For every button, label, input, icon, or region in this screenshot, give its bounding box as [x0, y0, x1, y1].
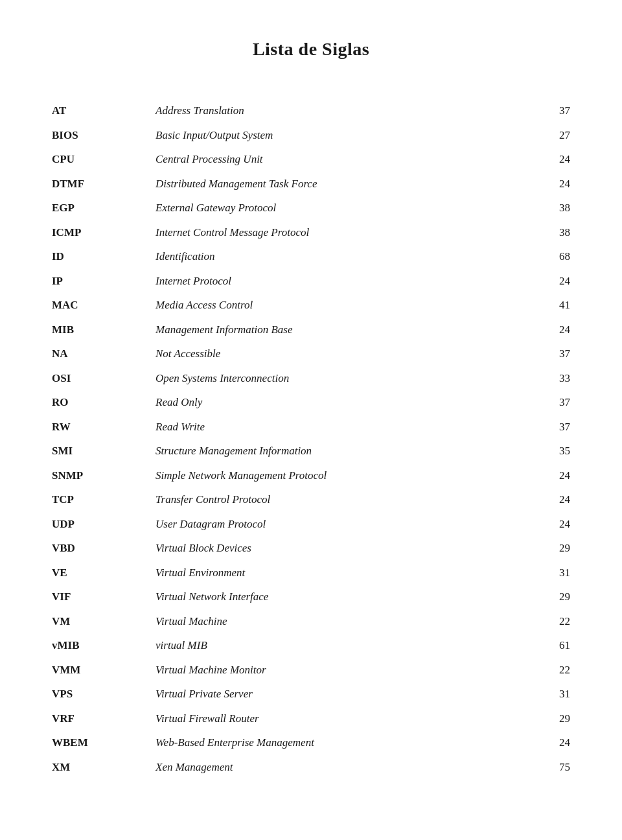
table-row: VMVirtual Machine22 — [52, 609, 570, 634]
acronym-description: Simple Network Management Protocol — [156, 463, 531, 488]
acronym-page: 31 — [531, 682, 570, 706]
acronym-description: Address Translation — [156, 99, 531, 123]
acronym-abbr: SNMP — [52, 463, 156, 488]
acronym-abbr: MIB — [52, 318, 156, 342]
acronym-abbr: VRF — [52, 706, 156, 731]
acronym-abbr: BIOS — [52, 123, 156, 148]
table-row: MIBManagement Information Base24 — [52, 318, 570, 342]
table-row: NANot Accessible37 — [52, 342, 570, 366]
acronym-abbr: AT — [52, 99, 156, 123]
acronym-page: 24 — [531, 487, 570, 512]
acronym-page: 22 — [531, 609, 570, 634]
table-row: DTMFDistributed Management Task Force24 — [52, 172, 570, 196]
acronym-page: 38 — [531, 196, 570, 220]
acronym-abbr: VIF — [52, 585, 156, 609]
table-row: CPUCentral Processing Unit24 — [52, 147, 570, 172]
acronym-page: 24 — [531, 512, 570, 537]
acronym-description: Structure Management Information — [156, 439, 531, 463]
table-row: VIFVirtual Network Interface29 — [52, 585, 570, 609]
acronym-description: Virtual Machine — [156, 609, 531, 634]
acronym-page: 24 — [531, 463, 570, 488]
acronym-abbr: WBEM — [52, 730, 156, 755]
acronym-abbr: OSI — [52, 366, 156, 391]
acronym-page: 24 — [531, 730, 570, 755]
acronym-description: User Datagram Protocol — [156, 512, 531, 537]
table-row: VEVirtual Environment31 — [52, 561, 570, 585]
acronym-page: 24 — [531, 269, 570, 294]
page-title: Lista de Siglas — [52, 39, 570, 60]
acronym-description: Read Only — [156, 390, 531, 415]
acronym-abbr: ICMP — [52, 220, 156, 245]
acronym-description: Internet Protocol — [156, 269, 531, 294]
acronym-page: 29 — [531, 585, 570, 609]
table-row: IPInternet Protocol24 — [52, 269, 570, 294]
table-row: VPSVirtual Private Server31 — [52, 682, 570, 706]
acronym-page: 24 — [531, 172, 570, 196]
acronym-abbr: VM — [52, 609, 156, 634]
acronym-page: 41 — [531, 293, 570, 318]
acronym-description: Basic Input/Output System — [156, 123, 531, 148]
acronym-abbr: MAC — [52, 293, 156, 318]
acronym-page: 33 — [531, 366, 570, 391]
acronym-description: Not Accessible — [156, 342, 531, 366]
table-row: RORead Only37 — [52, 390, 570, 415]
acronym-abbr: NA — [52, 342, 156, 366]
acronym-page: 29 — [531, 536, 570, 561]
acronym-abbr: XM — [52, 755, 156, 780]
acronym-description: Virtual Private Server — [156, 682, 531, 706]
acronym-page: 37 — [531, 342, 570, 366]
table-row: TCPTransfer Control Protocol24 — [52, 487, 570, 512]
acronym-page: 61 — [531, 633, 570, 658]
table-row: WBEMWeb-Based Enterprise Management24 — [52, 730, 570, 755]
acronym-description: Transfer Control Protocol — [156, 487, 531, 512]
acronym-page: 35 — [531, 439, 570, 463]
acronym-abbr: ID — [52, 244, 156, 269]
acronym-description: Virtual Firewall Router — [156, 706, 531, 731]
acronym-page: 22 — [531, 658, 570, 682]
table-row: UDPUser Datagram Protocol24 — [52, 512, 570, 537]
acronym-abbr: RO — [52, 390, 156, 415]
acronym-page: 24 — [531, 147, 570, 172]
acronym-table: ATAddress Translation37BIOSBasic Input/O… — [52, 99, 570, 779]
acronym-description: Read Write — [156, 415, 531, 439]
acronym-description: Distributed Management Task Force — [156, 172, 531, 196]
table-row: ATAddress Translation37 — [52, 99, 570, 123]
acronym-description: virtual MIB — [156, 633, 531, 658]
acronym-description: Web-Based Enterprise Management — [156, 730, 531, 755]
acronym-description: Management Information Base — [156, 318, 531, 342]
table-row: SMIStructure Management Information35 — [52, 439, 570, 463]
acronym-abbr: VBD — [52, 536, 156, 561]
acronym-description: Xen Management — [156, 755, 531, 780]
table-row: IDIdentification68 — [52, 244, 570, 269]
acronym-description: Central Processing Unit — [156, 147, 531, 172]
acronym-page: 68 — [531, 244, 570, 269]
acronym-page: 29 — [531, 706, 570, 731]
acronym-description: Identification — [156, 244, 531, 269]
table-row: MACMedia Access Control41 — [52, 293, 570, 318]
acronym-description: Media Access Control — [156, 293, 531, 318]
acronym-description: Virtual Block Devices — [156, 536, 531, 561]
table-row: VBDVirtual Block Devices29 — [52, 536, 570, 561]
acronym-page: 38 — [531, 220, 570, 245]
table-row: VRFVirtual Firewall Router29 — [52, 706, 570, 731]
acronym-abbr: vMIB — [52, 633, 156, 658]
table-row: vMIBvirtual MIB61 — [52, 633, 570, 658]
acronym-page: 37 — [531, 415, 570, 439]
table-row: RWRead Write37 — [52, 415, 570, 439]
acronym-description: External Gateway Protocol — [156, 196, 531, 220]
acronym-abbr: RW — [52, 415, 156, 439]
acronym-description: Virtual Network Interface — [156, 585, 531, 609]
acronym-description: Virtual Environment — [156, 561, 531, 585]
acronym-description: Internet Control Message Protocol — [156, 220, 531, 245]
table-row: ICMPInternet Control Message Protocol38 — [52, 220, 570, 245]
acronym-page: 75 — [531, 755, 570, 780]
table-row: VMMVirtual Machine Monitor22 — [52, 658, 570, 682]
table-row: EGPExternal Gateway Protocol38 — [52, 196, 570, 220]
acronym-abbr: UDP — [52, 512, 156, 537]
acronym-abbr: SMI — [52, 439, 156, 463]
table-row: SNMPSimple Network Management Protocol24 — [52, 463, 570, 488]
acronym-page: 27 — [531, 123, 570, 148]
acronym-page: 24 — [531, 318, 570, 342]
acronym-abbr: VPS — [52, 682, 156, 706]
acronym-abbr: IP — [52, 269, 156, 294]
